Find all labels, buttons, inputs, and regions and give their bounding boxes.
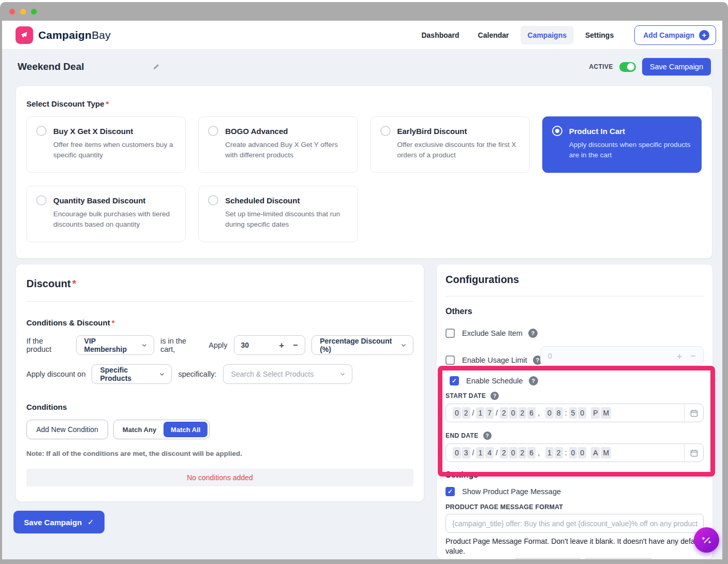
match-mode-segmented: Match Any Match All — [113, 420, 210, 439]
nav-calendar[interactable]: Calendar — [471, 26, 516, 44]
discount-heading: Discount* — [26, 278, 413, 290]
conditions-heading: Conditions — [26, 403, 413, 411]
divider — [445, 296, 704, 296]
divider — [26, 301, 413, 302]
help-icon[interactable] — [483, 432, 492, 440]
check-icon — [87, 517, 94, 527]
help-icon[interactable] — [529, 376, 538, 385]
option-earlybird-discount[interactable]: EarlyBird Discount Offer exclusive disco… — [370, 116, 530, 173]
chevron-down-icon — [339, 371, 346, 377]
product-search-select[interactable]: Search & Select Products — [223, 364, 352, 384]
magic-wand-fab[interactable] — [694, 527, 719, 553]
match-all-option[interactable]: Match All — [164, 422, 207, 437]
calendar-icon[interactable] — [685, 449, 703, 457]
discount-rule-row: If the product VIP Membership is in the … — [26, 335, 413, 355]
brand-logo[interactable]: CampaignBay — [16, 26, 111, 44]
calendar-icon[interactable] — [685, 409, 703, 418]
discount-type-grid: Buy X Get X Discount Offer free items wh… — [26, 116, 702, 242]
increment-icon[interactable] — [279, 341, 284, 350]
help-icon[interactable] — [528, 329, 538, 338]
configurations-heading: Configurations — [445, 274, 704, 286]
nav-campaigns[interactable]: Campaigns — [521, 26, 574, 44]
match-any-option[interactable]: Match Any — [115, 422, 164, 437]
app-header: CampaignBay Dashboard Calendar Campaigns… — [2, 21, 722, 50]
status-label: ACTIVE — [589, 63, 613, 70]
enable-schedule-checkbox[interactable] — [450, 376, 459, 385]
option-scheduled-discount[interactable]: Scheduled Discount Set up time-limited d… — [198, 186, 358, 242]
settings-heading: Settings — [445, 470, 704, 480]
chevron-down-icon — [400, 342, 407, 348]
add-new-condition-button[interactable]: Add New Condition — [26, 420, 108, 439]
chevron-down-icon — [159, 371, 165, 377]
campaign-title-placeholder-chip[interactable]: {campaign_title} — [515, 558, 581, 559]
brand-name: CampaignBay — [38, 29, 111, 41]
option-buy-x-get-x[interactable]: Buy X Get X Discount Offer free items wh… — [26, 116, 186, 173]
campaign-subheader: Weekend Deal ACTIVE Save Campaign — [2, 50, 722, 84]
window-titlebar — [0, 2, 728, 21]
plus-circle-icon: + — [699, 30, 709, 40]
configurations-section: Configurations Others Exclude Sale Item … — [436, 264, 713, 559]
decrement-icon[interactable] — [691, 352, 696, 361]
main-nav: Dashboard Calendar Campaigns Settings Ad… — [414, 25, 716, 45]
radio-icon[interactable] — [208, 195, 218, 205]
active-toggle[interactable] — [619, 62, 636, 72]
radio-icon[interactable] — [208, 126, 218, 136]
magic-wand-icon — [701, 534, 713, 546]
option-product-in-cart[interactable]: Product In Cart Apply discounts when spe… — [542, 116, 702, 173]
option-quantity-based[interactable]: Quantity Based Discount Encourage bulk p… — [26, 186, 186, 242]
minimize-window-icon[interactable] — [20, 9, 26, 14]
usage-limit-checkbox[interactable] — [445, 355, 455, 365]
app-viewport: CampaignBay Dashboard Calendar Campaigns… — [2, 21, 722, 559]
close-window-icon[interactable] — [9, 9, 15, 14]
increment-icon[interactable] — [677, 352, 682, 361]
enable-schedule-row: Enable Schedule — [445, 376, 704, 385]
apply-on-select[interactable]: Specific Products — [92, 364, 172, 384]
discount-type-section: Select Discount Type* Buy X Get X Discou… — [16, 85, 712, 259]
discount-type-heading: Select Discount Type* — [26, 99, 702, 108]
help-icon[interactable] — [491, 392, 499, 400]
save-campaign-button-top[interactable]: Save Campaign — [642, 58, 711, 76]
exclude-sale-item-row: Exclude Sale Item — [445, 329, 704, 338]
end-date-input[interactable]: 03/14/2026,12:00AM — [445, 443, 704, 462]
conditions-discount-heading: Conditions & Discount* — [26, 318, 413, 327]
start-date-label: START DATE — [445, 392, 704, 400]
discount-section: Discount* Conditions & Discount* If the … — [16, 264, 424, 502]
message-format-label: PRODUCT PAGE MESSAGE FORMAT — [445, 503, 704, 511]
discount-value-stepper[interactable]: 30 — [234, 335, 306, 355]
end-date-label: END DATE — [445, 432, 704, 440]
window-frame: CampaignBay Dashboard Calendar Campaigns… — [0, 2, 728, 564]
exclude-sale-item-checkbox[interactable] — [445, 329, 455, 338]
edit-title-icon[interactable] — [152, 63, 160, 71]
megaphone-icon — [16, 26, 33, 44]
maximize-window-icon[interactable] — [31, 9, 37, 14]
usage-limit-input[interactable]: 0 — [540, 346, 704, 366]
radio-icon[interactable] — [380, 126, 391, 136]
apply-on-row: Apply discount on Specific Products spec… — [26, 364, 413, 384]
start-date-input[interactable]: 02/17/2026,08:50PM — [445, 404, 704, 422]
campaign-title: Weekend Deal — [18, 61, 84, 72]
radio-icon[interactable] — [36, 195, 47, 205]
decrement-icon[interactable] — [293, 341, 298, 350]
nav-dashboard[interactable]: Dashboard — [414, 26, 466, 44]
save-campaign-button-bottom[interactable]: Save Campaign — [13, 511, 105, 533]
radio-selected-icon[interactable] — [552, 126, 562, 136]
message-format-input[interactable]: {campaign_title} offer: Buy this and get… — [445, 514, 704, 533]
discount-value-placeholder-chip[interactable]: {discount_value} — [584, 558, 652, 559]
product-select[interactable]: VIP Membership — [76, 335, 154, 355]
message-format-help: Product Page Message Format. Don't leave… — [445, 537, 704, 559]
show-message-row: Show Product Page Message — [445, 487, 704, 496]
chevron-down-icon — [141, 342, 147, 348]
others-heading: Others — [445, 307, 704, 316]
usage-limit-row: Enable Usage Limit 0 — [445, 350, 704, 370]
conditions-note: Note: If all of the conditions are met, … — [26, 450, 413, 457]
nav-settings[interactable]: Settings — [578, 26, 621, 44]
no-conditions-banner: No conditions added — [26, 469, 413, 486]
add-campaign-button[interactable]: Add Campaign + — [634, 25, 716, 45]
discount-kind-select[interactable]: Percentage Discount (%) — [311, 335, 413, 355]
option-bogo-advanced[interactable]: BOGO Advanced Create advanced Buy X Get … — [198, 116, 358, 173]
radio-icon[interactable] — [36, 126, 47, 136]
show-message-checkbox[interactable] — [445, 487, 455, 496]
